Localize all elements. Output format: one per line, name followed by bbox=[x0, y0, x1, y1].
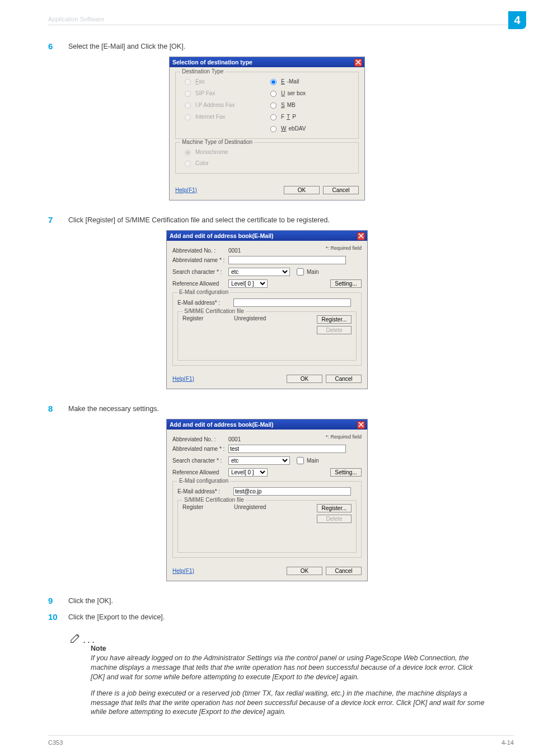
radio-sip-fax: SIP Fax bbox=[181, 88, 267, 97]
footer-left: C353 bbox=[48, 739, 63, 746]
register-label: Register bbox=[182, 504, 234, 523]
step-text: Make the necessary settings. bbox=[68, 404, 159, 413]
step-text: Click the [Export to the device]. bbox=[68, 612, 165, 622]
register-state: Unregistered bbox=[234, 504, 313, 523]
search-character-label: Search character * : bbox=[172, 458, 228, 464]
abbreviated-no-value: 0001 bbox=[228, 436, 241, 442]
abbreviated-no-value: 0001 bbox=[228, 248, 241, 254]
cancel-button[interactable]: Cancel bbox=[326, 567, 362, 575]
register-button[interactable]: Register... bbox=[317, 315, 352, 324]
reference-allowed-label: Reference Allowed bbox=[172, 469, 228, 475]
header-rule bbox=[48, 25, 514, 25]
radio-smb[interactable]: SMB bbox=[267, 100, 353, 109]
add-edit-address-dialog-filled: Add and edit of address book(E-Mail) *: … bbox=[166, 419, 368, 581]
step-text: Click the [OK]. bbox=[68, 596, 113, 605]
footer-rule bbox=[48, 735, 514, 736]
ok-button[interactable]: OK bbox=[287, 375, 322, 383]
reference-level-select[interactable]: Level[ 0 ] bbox=[228, 279, 268, 288]
step-number: 10 bbox=[48, 612, 58, 622]
selection-of-destination-dialog: Selection of destination type Destinatio… bbox=[169, 57, 365, 200]
radio-monochrome: Monochrome bbox=[181, 147, 353, 156]
setting-button[interactable]: Setting... bbox=[330, 468, 362, 477]
email-address-label: E-Mail address* : bbox=[177, 300, 233, 306]
radio-ip-fax: I.P Address Fax bbox=[181, 100, 267, 109]
smime-group-label: S/MIME Certification file bbox=[182, 308, 246, 314]
reference-level-select[interactable]: Level[ 0 ] bbox=[228, 468, 268, 477]
machine-type-group-label: Machine Type of Destination bbox=[180, 139, 254, 145]
ok-button[interactable]: OK bbox=[287, 567, 322, 575]
email-config-group-label: E-Mail configuration bbox=[177, 289, 230, 295]
dialog-title: Add and edit of address book(E-Mail) bbox=[170, 421, 274, 428]
note-paragraph: If there is a job being executed or a re… bbox=[91, 689, 486, 717]
email-address-input[interactable] bbox=[233, 298, 351, 307]
email-address-input[interactable] bbox=[233, 487, 351, 496]
ok-button[interactable]: OK bbox=[284, 186, 320, 194]
abbreviated-name-input[interactable] bbox=[228, 445, 346, 453]
note-paragraph: If you have already logged on to the Adm… bbox=[91, 654, 486, 682]
note-heading: Note bbox=[91, 645, 486, 652]
reference-allowed-label: Reference Allowed bbox=[172, 281, 228, 287]
cancel-button[interactable]: Cancel bbox=[326, 375, 362, 383]
abbreviated-no-label: Abbreviated No. : bbox=[172, 248, 228, 254]
setting-button[interactable]: Setting... bbox=[330, 279, 362, 288]
radio-userbox[interactable]: User box bbox=[267, 88, 353, 97]
note-ellipsis-icon: ... bbox=[83, 634, 96, 646]
delete-button: Delete bbox=[317, 326, 352, 334]
chapter-number-badge: 4 bbox=[508, 11, 526, 29]
step-number: 7 bbox=[48, 215, 58, 225]
abbreviated-name-input[interactable] bbox=[228, 256, 346, 264]
note-pencil-icon bbox=[69, 632, 82, 646]
close-icon[interactable] bbox=[354, 59, 362, 67]
radio-email[interactable]: E-Mail bbox=[267, 77, 353, 86]
step-text: Click [Register] of S/MIME Certification… bbox=[68, 215, 330, 225]
radio-ftp[interactable]: FTP bbox=[267, 112, 353, 121]
step-text: Select the [E-Mail] and Click the [OK]. bbox=[68, 41, 185, 51]
step-number: 8 bbox=[48, 404, 58, 413]
radio-fax[interactable]: Fax bbox=[181, 77, 267, 86]
step-number: 9 bbox=[48, 596, 58, 605]
radio-internet-fax: Internet Fax bbox=[181, 112, 267, 121]
abbreviated-no-label: Abbreviated No. : bbox=[172, 436, 228, 442]
step-number: 6 bbox=[48, 41, 58, 51]
page-header-title: Application Software bbox=[48, 16, 104, 22]
dialog-title: Add and edit of address book(E-Mail) bbox=[170, 232, 274, 239]
register-state: Unregistered bbox=[234, 315, 313, 334]
close-icon[interactable] bbox=[357, 421, 365, 429]
main-checkbox[interactable]: Main bbox=[294, 267, 319, 277]
required-label: *: Required field bbox=[326, 245, 362, 251]
search-character-select[interactable]: etc bbox=[228, 268, 290, 276]
required-label: *: Required field bbox=[326, 434, 362, 440]
email-address-label: E-Mail address* : bbox=[177, 488, 233, 494]
smime-group-label: S/MIME Certification file bbox=[182, 497, 246, 503]
search-character-label: Search character * : bbox=[172, 269, 228, 275]
help-link[interactable]: Help(F1) bbox=[172, 568, 283, 574]
help-link[interactable]: Help(F1) bbox=[175, 187, 280, 193]
register-button[interactable]: Register... bbox=[317, 504, 352, 512]
email-config-group-label: E-Mail configuration bbox=[177, 478, 230, 484]
cancel-button[interactable]: Cancel bbox=[323, 186, 359, 194]
main-checkbox[interactable]: Main bbox=[294, 455, 319, 466]
close-icon[interactable] bbox=[357, 232, 365, 240]
abbreviated-name-label: Abbreviated name * : bbox=[172, 257, 228, 263]
abbreviated-name-label: Abbreviated name * : bbox=[172, 446, 228, 452]
help-link[interactable]: Help(F1) bbox=[172, 376, 283, 382]
radio-webdav[interactable]: WebDAV bbox=[267, 124, 353, 133]
dialog-title: Selection of destination type bbox=[172, 59, 252, 66]
destination-type-group-label: Destination Type bbox=[180, 68, 225, 74]
add-edit-address-dialog: Add and edit of address book(E-Mail) *: … bbox=[166, 230, 368, 389]
search-character-select[interactable]: etc bbox=[228, 456, 290, 465]
footer-right: 4-14 bbox=[502, 739, 514, 746]
radio-color: Color bbox=[181, 158, 353, 167]
register-label: Register bbox=[182, 315, 234, 334]
delete-button: Delete bbox=[317, 515, 352, 523]
